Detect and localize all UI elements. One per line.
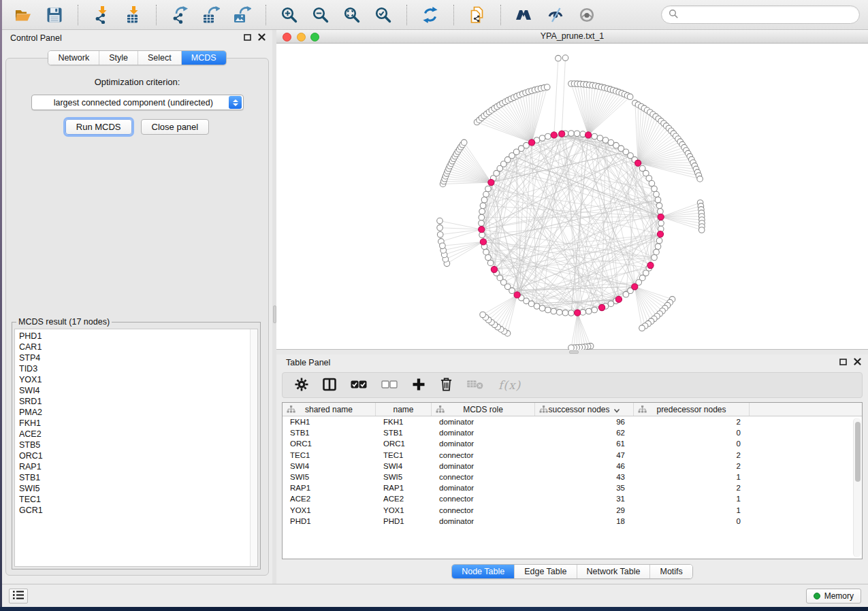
graph-mcds-hub-node[interactable] [514, 292, 520, 298]
deselect-all-button[interactable] [381, 380, 398, 391]
graph-node[interactable] [655, 244, 661, 250]
table-row[interactable]: FKH1FKH1dominator962 [283, 416, 862, 427]
graph-mcds-hub-node[interactable] [632, 284, 638, 290]
mcds-result-item[interactable]: PMA2 [15, 407, 257, 418]
graph-mcds-hub-node[interactable] [479, 227, 485, 233]
graph-leaf-node[interactable] [437, 225, 443, 231]
search-neighbors-button[interactable] [510, 3, 539, 27]
graph-node[interactable] [483, 249, 489, 255]
mcds-result-item[interactable]: PHD1 [15, 331, 257, 342]
graph-node[interactable] [602, 137, 609, 144]
graph-mcds-hub-node[interactable] [575, 310, 581, 316]
graph-node[interactable] [592, 133, 598, 139]
graph-node[interactable] [568, 131, 575, 137]
graph-node[interactable] [655, 197, 661, 203]
mcds-result-item[interactable]: GCR1 [15, 505, 257, 516]
graph-mcds-hub-node[interactable] [647, 262, 654, 268]
graph-node[interactable] [481, 197, 487, 203]
zoom-out-button[interactable] [306, 3, 335, 27]
table-row[interactable]: SWI5SWI5connector431 [283, 472, 862, 482]
table-row[interactable]: SWI4SWI4dominator462 [283, 461, 862, 472]
graph-node[interactable] [652, 186, 658, 192]
graph-node[interactable] [586, 308, 592, 314]
close-panel-icon[interactable] [258, 33, 266, 41]
table-row[interactable]: ACE2ACE2connector311 [283, 493, 862, 504]
tab-style[interactable]: Style [99, 51, 138, 65]
table-row[interactable]: ORC1ORC1dominator610 [283, 438, 862, 449]
share-document-button[interactable] [463, 3, 492, 27]
mcds-result-item[interactable]: TID3 [15, 363, 257, 374]
graph-node[interactable] [656, 238, 662, 244]
close-window-icon[interactable] [283, 33, 291, 42]
column-header-successor-nodes[interactable]: successor nodes [535, 403, 634, 416]
column-header-name[interactable]: name [376, 403, 432, 416]
graph-node[interactable] [487, 260, 494, 266]
tab-mcds[interactable]: MCDS [181, 51, 226, 65]
float-panel-icon[interactable] [244, 34, 251, 41]
graph-leaf-node[interactable] [461, 139, 467, 146]
column-header-shared-name[interactable]: shared name [283, 403, 376, 416]
mcds-result-item[interactable]: FKH1 [15, 418, 257, 429]
mcds-result-item[interactable]: ORC1 [15, 450, 257, 461]
graph-mcds-hub-node[interactable] [480, 239, 486, 245]
refresh-button[interactable] [416, 3, 445, 27]
table-scrollbar[interactable] [853, 418, 861, 557]
graph-leaf-node[interactable] [627, 94, 633, 100]
mcds-result-item[interactable]: STB5 [15, 440, 257, 450]
add-button[interactable] [412, 378, 425, 393]
graph-mcds-hub-node[interactable] [491, 266, 497, 272]
import-table-button[interactable] [118, 3, 147, 27]
export-network-button[interactable] [165, 3, 194, 27]
delete-button[interactable] [440, 377, 453, 393]
column-header-predecessor-nodes[interactable]: predecessor nodes [634, 403, 750, 416]
graph-node[interactable] [562, 310, 568, 316]
tab-motifs[interactable]: Motifs [649, 565, 692, 578]
graph-node[interactable] [656, 203, 662, 209]
graph-mcds-hub-node[interactable] [599, 304, 605, 310]
table-row[interactable]: STB1STB1dominator620 [283, 427, 862, 438]
graph-node[interactable] [480, 203, 486, 209]
graph-leaf-node[interactable] [568, 345, 575, 350]
tab-node-table[interactable]: Node Table [452, 565, 514, 578]
task-history-button[interactable] [9, 589, 28, 604]
graph-node[interactable] [580, 131, 586, 137]
graph-node[interactable] [524, 142, 530, 148]
graph-leaf-node[interactable] [697, 176, 703, 182]
graph-leaf-node[interactable] [480, 312, 486, 318]
tab-edge-table[interactable]: Edge Table [514, 565, 576, 578]
graph-node[interactable] [592, 307, 598, 313]
mcds-result-item[interactable]: TEC1 [15, 494, 257, 505]
table-row[interactable]: PHD1PHD1dominator180 [283, 516, 862, 527]
mcds-result-item[interactable]: ACE2 [15, 429, 257, 440]
mcds-result-item[interactable]: SRD1 [15, 396, 257, 407]
graph-mcds-hub-node[interactable] [559, 131, 565, 137]
graph-node[interactable] [658, 220, 664, 227]
graph-mcds-hub-node[interactable] [529, 139, 535, 146]
zoom-in-button[interactable] [275, 3, 304, 27]
graph-mcds-hub-node[interactable] [551, 132, 557, 138]
table-row[interactable]: YOX1YOX1connector291 [283, 505, 862, 516]
vertical-splitter-handle[interactable] [273, 306, 276, 323]
graph-leaf-node[interactable] [562, 55, 568, 61]
graph-node[interactable] [479, 220, 485, 227]
graph-mcds-hub-node[interactable] [615, 296, 622, 302]
save-button[interactable] [40, 3, 69, 27]
mcds-result-item[interactable]: STP4 [15, 352, 257, 363]
select-all-button[interactable] [351, 380, 367, 391]
graph-node[interactable] [568, 310, 575, 316]
graph-node[interactable] [485, 186, 492, 192]
graph-node[interactable] [539, 306, 545, 312]
mcds-list-scrollbar[interactable] [250, 329, 257, 566]
table-row[interactable]: RAP1RAP1dominator352 [283, 482, 862, 493]
graph-node[interactable] [557, 310, 563, 316]
mcds-result-list[interactable]: PHD1CAR1STP4TID3YOX1SWI4SRD1PMA2FKH1ACE2… [14, 329, 258, 567]
mcds-result-item[interactable]: RAP1 [15, 461, 257, 472]
close-panel-button[interactable]: Close panel [141, 119, 210, 135]
mcds-result-item[interactable]: SWI4 [15, 385, 257, 396]
graph-node[interactable] [652, 254, 658, 261]
graph-leaf-node[interactable] [437, 232, 443, 238]
function-button[interactable]: f(x) [498, 378, 521, 392]
graph-node[interactable] [479, 209, 485, 215]
horizontal-splitter[interactable] [276, 350, 868, 354]
float-table-panel-icon[interactable] [839, 359, 847, 365]
